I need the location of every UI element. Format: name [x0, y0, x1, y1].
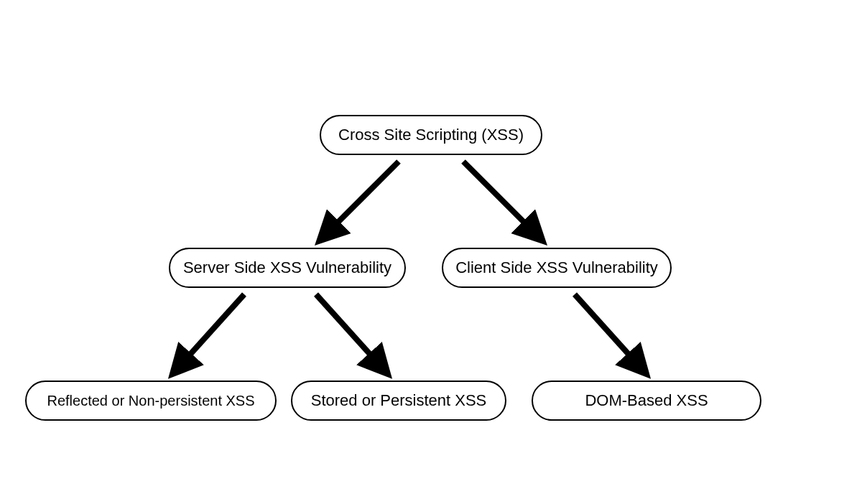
node-reflected-label: Reflected or Non-persistent XSS [47, 393, 254, 409]
node-dom-label: DOM-Based XSS [585, 391, 708, 410]
svg-line-0 [327, 162, 399, 233]
svg-line-1 [463, 162, 535, 233]
svg-line-4 [575, 294, 639, 366]
node-server: Server Side XSS Vulnerability [169, 248, 406, 288]
node-server-label: Server Side XSS Vulnerability [183, 258, 391, 277]
svg-line-3 [316, 294, 381, 366]
node-client: Client Side XSS Vulnerability [442, 248, 672, 288]
node-root-label: Cross Site Scripting (XSS) [338, 126, 524, 144]
arrow-root-to-server [0, 0, 862, 504]
arrow-client-to-dom [0, 0, 862, 504]
node-reflected: Reflected or Non-persistent XSS [25, 381, 277, 421]
arrow-root-to-client [0, 0, 862, 504]
node-stored-label: Stored or Persistent XSS [311, 391, 487, 410]
node-stored: Stored or Persistent XSS [291, 381, 506, 421]
node-client-label: Client Side XSS Vulnerability [455, 258, 658, 277]
arrow-server-to-reflected [0, 0, 862, 504]
node-dom: DOM-Based XSS [532, 381, 761, 421]
arrow-server-to-stored [0, 0, 862, 504]
node-root: Cross Site Scripting (XSS) [320, 115, 542, 155]
svg-line-2 [180, 294, 244, 366]
